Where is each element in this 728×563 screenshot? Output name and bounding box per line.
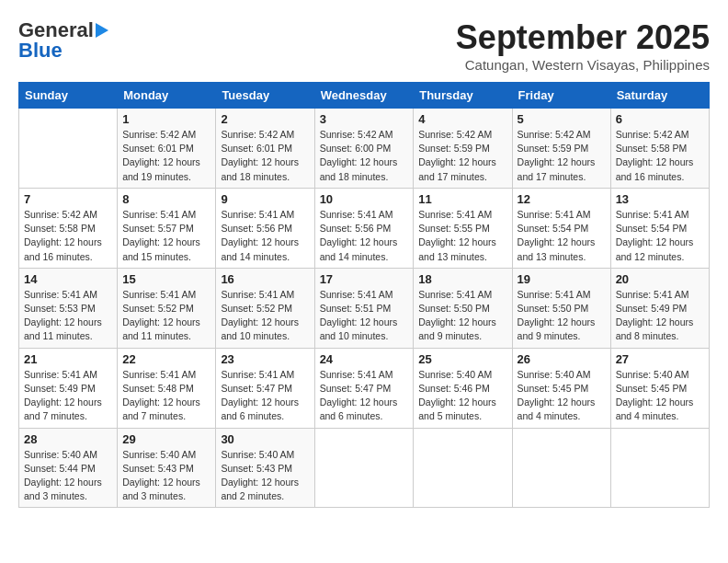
logo-blue: Blue: [18, 39, 63, 63]
cal-cell: 7Sunrise: 5:42 AM Sunset: 5:58 PM Daylig…: [19, 188, 118, 268]
cal-cell: 26Sunrise: 5:40 AM Sunset: 5:45 PM Dayli…: [512, 348, 610, 428]
cal-cell: [610, 428, 709, 508]
cal-cell: 13Sunrise: 5:41 AM Sunset: 5:54 PM Dayli…: [610, 188, 709, 268]
day-info: Sunrise: 5:41 AM Sunset: 5:49 PM Dayligh…: [24, 368, 112, 424]
day-number: 21: [24, 352, 112, 366]
day-number: 30: [221, 432, 309, 446]
cal-cell: 10Sunrise: 5:41 AM Sunset: 5:56 PM Dayli…: [314, 188, 414, 268]
day-info: Sunrise: 5:41 AM Sunset: 5:55 PM Dayligh…: [418, 208, 506, 264]
title-block: September 2025 Catungan, Western Visayas…: [456, 18, 710, 73]
day-number: 7: [24, 192, 112, 206]
calendar-table: SundayMondayTuesdayWednesdayThursdayFrid…: [18, 82, 710, 508]
cal-cell: 29Sunrise: 5:40 AM Sunset: 5:43 PM Dayli…: [118, 428, 216, 508]
day-number: 20: [616, 272, 704, 286]
cal-cell: 21Sunrise: 5:41 AM Sunset: 5:49 PM Dayli…: [19, 348, 118, 428]
cal-cell: 6Sunrise: 5:42 AM Sunset: 5:58 PM Daylig…: [610, 109, 709, 189]
day-info: Sunrise: 5:40 AM Sunset: 5:45 PM Dayligh…: [616, 368, 704, 424]
day-number: 28: [24, 432, 112, 446]
col-header-monday: Monday: [118, 83, 216, 109]
day-number: 2: [221, 112, 309, 126]
day-number: 4: [418, 112, 506, 126]
col-header-thursday: Thursday: [414, 83, 512, 109]
day-number: 10: [320, 192, 409, 206]
cal-cell: 27Sunrise: 5:40 AM Sunset: 5:45 PM Dayli…: [610, 348, 709, 428]
cal-cell: 8Sunrise: 5:41 AM Sunset: 5:57 PM Daylig…: [118, 188, 216, 268]
day-info: Sunrise: 5:42 AM Sunset: 5:58 PM Dayligh…: [616, 128, 704, 184]
day-info: Sunrise: 5:41 AM Sunset: 5:57 PM Dayligh…: [122, 208, 210, 264]
cal-cell: 23Sunrise: 5:41 AM Sunset: 5:47 PM Dayli…: [216, 348, 314, 428]
day-number: 5: [518, 112, 606, 126]
day-info: Sunrise: 5:41 AM Sunset: 5:51 PM Dayligh…: [320, 288, 409, 344]
page-header: General Blue September 2025 Catungan, We…: [18, 18, 710, 73]
day-number: 15: [122, 272, 210, 286]
cal-cell: [19, 109, 118, 189]
day-info: Sunrise: 5:41 AM Sunset: 5:54 PM Dayligh…: [616, 208, 704, 264]
cal-cell: 2Sunrise: 5:42 AM Sunset: 6:01 PM Daylig…: [216, 109, 314, 189]
day-number: 25: [418, 352, 506, 366]
day-info: Sunrise: 5:41 AM Sunset: 5:56 PM Dayligh…: [221, 208, 309, 264]
cal-cell: [314, 428, 414, 508]
cal-cell: 20Sunrise: 5:41 AM Sunset: 5:49 PM Dayli…: [610, 268, 709, 348]
day-info: Sunrise: 5:42 AM Sunset: 5:58 PM Dayligh…: [24, 208, 112, 264]
cal-cell: 3Sunrise: 5:42 AM Sunset: 6:00 PM Daylig…: [314, 109, 414, 189]
day-info: Sunrise: 5:41 AM Sunset: 5:52 PM Dayligh…: [122, 288, 210, 344]
col-header-saturday: Saturday: [610, 83, 709, 109]
day-number: 16: [221, 272, 309, 286]
day-number: 19: [518, 272, 606, 286]
day-info: Sunrise: 5:41 AM Sunset: 5:56 PM Dayligh…: [320, 208, 409, 264]
cal-cell: [414, 428, 512, 508]
day-number: 8: [122, 192, 210, 206]
day-info: Sunrise: 5:42 AM Sunset: 5:59 PM Dayligh…: [518, 128, 606, 184]
day-info: Sunrise: 5:41 AM Sunset: 5:52 PM Dayligh…: [221, 288, 309, 344]
day-number: 17: [320, 272, 409, 286]
day-info: Sunrise: 5:42 AM Sunset: 6:01 PM Dayligh…: [221, 128, 309, 184]
day-number: 11: [418, 192, 506, 206]
cal-cell: 22Sunrise: 5:41 AM Sunset: 5:48 PM Dayli…: [118, 348, 216, 428]
col-header-wednesday: Wednesday: [314, 83, 414, 109]
cal-cell: 17Sunrise: 5:41 AM Sunset: 5:51 PM Dayli…: [314, 268, 414, 348]
cal-cell: 14Sunrise: 5:41 AM Sunset: 5:53 PM Dayli…: [19, 268, 118, 348]
day-info: Sunrise: 5:41 AM Sunset: 5:49 PM Dayligh…: [616, 288, 704, 344]
day-number: 3: [320, 112, 409, 126]
day-number: 9: [221, 192, 309, 206]
day-info: Sunrise: 5:40 AM Sunset: 5:44 PM Dayligh…: [24, 448, 112, 504]
day-number: 1: [122, 112, 210, 126]
day-info: Sunrise: 5:41 AM Sunset: 5:48 PM Dayligh…: [122, 368, 210, 424]
col-header-tuesday: Tuesday: [216, 83, 314, 109]
day-info: Sunrise: 5:40 AM Sunset: 5:45 PM Dayligh…: [518, 368, 606, 424]
logo: General Blue: [18, 18, 108, 63]
day-number: 24: [320, 352, 409, 366]
day-number: 29: [122, 432, 210, 446]
day-number: 18: [418, 272, 506, 286]
cal-cell: 19Sunrise: 5:41 AM Sunset: 5:50 PM Dayli…: [512, 268, 610, 348]
day-info: Sunrise: 5:41 AM Sunset: 5:47 PM Dayligh…: [320, 368, 409, 424]
day-info: Sunrise: 5:42 AM Sunset: 5:59 PM Dayligh…: [418, 128, 506, 184]
day-number: 27: [616, 352, 704, 366]
day-number: 12: [518, 192, 606, 206]
month-title: September 2025: [456, 18, 710, 57]
day-info: Sunrise: 5:41 AM Sunset: 5:50 PM Dayligh…: [418, 288, 506, 344]
cal-cell: 4Sunrise: 5:42 AM Sunset: 5:59 PM Daylig…: [414, 109, 512, 189]
cal-cell: 1Sunrise: 5:42 AM Sunset: 6:01 PM Daylig…: [118, 109, 216, 189]
day-info: Sunrise: 5:41 AM Sunset: 5:47 PM Dayligh…: [221, 368, 309, 424]
day-info: Sunrise: 5:41 AM Sunset: 5:50 PM Dayligh…: [518, 288, 606, 344]
day-number: 13: [616, 192, 704, 206]
day-info: Sunrise: 5:41 AM Sunset: 5:54 PM Dayligh…: [518, 208, 606, 264]
day-number: 23: [221, 352, 309, 366]
cal-cell: 18Sunrise: 5:41 AM Sunset: 5:50 PM Dayli…: [414, 268, 512, 348]
day-info: Sunrise: 5:42 AM Sunset: 6:01 PM Dayligh…: [122, 128, 210, 184]
logo-arrow-icon: [96, 23, 108, 38]
cal-cell: 12Sunrise: 5:41 AM Sunset: 5:54 PM Dayli…: [512, 188, 610, 268]
cal-cell: 9Sunrise: 5:41 AM Sunset: 5:56 PM Daylig…: [216, 188, 314, 268]
day-info: Sunrise: 5:40 AM Sunset: 5:46 PM Dayligh…: [418, 368, 506, 424]
cal-cell: 24Sunrise: 5:41 AM Sunset: 5:47 PM Dayli…: [314, 348, 414, 428]
day-info: Sunrise: 5:40 AM Sunset: 5:43 PM Dayligh…: [122, 448, 210, 504]
cal-cell: [512, 428, 610, 508]
day-info: Sunrise: 5:40 AM Sunset: 5:43 PM Dayligh…: [221, 448, 309, 504]
day-number: 22: [122, 352, 210, 366]
cal-cell: 30Sunrise: 5:40 AM Sunset: 5:43 PM Dayli…: [216, 428, 314, 508]
cal-cell: 16Sunrise: 5:41 AM Sunset: 5:52 PM Dayli…: [216, 268, 314, 348]
day-info: Sunrise: 5:41 AM Sunset: 5:53 PM Dayligh…: [24, 288, 112, 344]
col-header-sunday: Sunday: [19, 83, 118, 109]
cal-cell: 11Sunrise: 5:41 AM Sunset: 5:55 PM Dayli…: [414, 188, 512, 268]
